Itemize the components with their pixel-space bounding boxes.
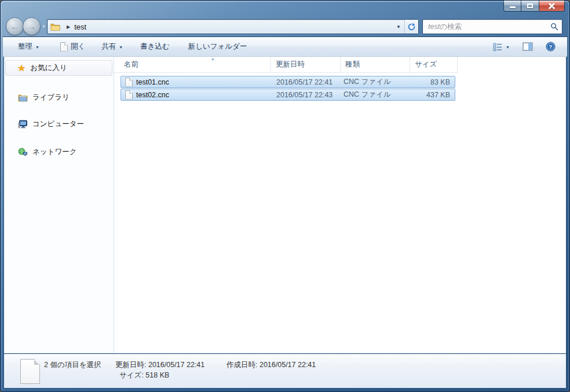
- chevron-down-icon: ▼: [506, 45, 510, 49]
- navigation-pane: ★ お気に入り ライブラリ: [4, 57, 114, 354]
- share-button[interactable]: 共有 ▼: [98, 39, 126, 54]
- share-label: 共有: [101, 42, 116, 52]
- network-icon: [18, 148, 28, 156]
- sidebar-item-label: コンピューター: [32, 119, 84, 129]
- window-controls: [503, 1, 565, 12]
- status-bar: 2 個の項目を選択 更新日時: 2016/05/17 22:41 作成日時: 2…: [4, 354, 566, 388]
- navigation-bar: ← → ▼ ▶ test ▼: [1, 17, 569, 36]
- maximize-icon: [527, 3, 533, 8]
- column-header-type[interactable]: 種類: [341, 57, 410, 72]
- chevron-down-icon: ▼: [35, 45, 39, 49]
- address-bar[interactable]: ▶ test ▼: [47, 19, 419, 34]
- sidebar-item-computer[interactable]: コンピューター: [4, 117, 84, 131]
- column-header-modified[interactable]: 更新日時: [271, 57, 341, 72]
- sidebar-item-label: ネットワーク: [32, 147, 76, 157]
- document-icon: [60, 42, 68, 52]
- search-input[interactable]: testの検索: [422, 19, 562, 34]
- main-content: ★ お気に入り ライブラリ: [4, 57, 566, 354]
- file-type: CNC ファイル: [339, 90, 411, 100]
- file-modified: 2016/05/17 22:43: [272, 91, 339, 99]
- file-size: 83 KB: [411, 78, 455, 86]
- status-modified: 更新日時: 2016/05/17 22:41: [115, 360, 204, 370]
- libraries-icon: [18, 93, 28, 102]
- maximize-button[interactable]: [521, 1, 539, 12]
- computer-icon: [18, 120, 28, 129]
- minimize-button[interactable]: [503, 1, 521, 12]
- refresh-icon: [407, 23, 416, 31]
- sidebar-item-favorites[interactable]: ★ お気に入り: [5, 60, 112, 76]
- file-list-pane: ▴ 名前 更新日時 種類 サイズ test01.cnc 2016/05/17 2…: [114, 57, 566, 354]
- chevron-down-icon: ▼: [119, 45, 123, 49]
- help-button[interactable]: ?: [542, 39, 559, 54]
- burn-button[interactable]: 書き込む: [137, 39, 173, 54]
- column-headers: ▴ 名前 更新日時 種類 サイズ: [114, 57, 458, 73]
- file-modified: 2016/05/17 22:41: [272, 78, 339, 86]
- preview-pane-icon: [522, 42, 533, 51]
- status-size: サイズ: 518 KB: [119, 371, 169, 380]
- column-header-name[interactable]: 名前: [114, 57, 271, 72]
- column-header-size[interactable]: サイズ: [410, 57, 458, 72]
- search-placeholder: testの検索: [428, 22, 550, 32]
- svg-text:?: ?: [549, 43, 553, 50]
- organize-button[interactable]: 整理 ▼: [14, 39, 43, 54]
- open-button[interactable]: 開く: [57, 39, 89, 54]
- toolbar-right-group: ▼ ?: [489, 39, 567, 54]
- back-button[interactable]: ←: [6, 17, 24, 35]
- table-row[interactable]: test01.cnc 2016/05/17 22:41 CNC ファイル 83 …: [120, 76, 455, 88]
- views-button[interactable]: ▼: [489, 41, 513, 53]
- new-folder-label: 新しいフォルダー: [188, 42, 247, 52]
- sidebar-item-libraries[interactable]: ライブラリ: [4, 90, 70, 104]
- star-icon: ★: [17, 64, 25, 73]
- search-icon[interactable]: [550, 23, 558, 31]
- views-icon: [493, 43, 503, 51]
- file-type: CNC ファイル: [339, 77, 411, 87]
- sidebar-item-label: お気に入り: [30, 63, 67, 73]
- address-dropdown-icon[interactable]: ▼: [393, 20, 404, 34]
- minimize-icon: [510, 6, 516, 8]
- table-row[interactable]: test02.cnc 2016/05/17 22:43 CNC ファイル 437…: [120, 89, 455, 101]
- organize-label: 整理: [18, 42, 32, 52]
- burn-label: 書き込む: [140, 42, 170, 52]
- file-name: test02.cnc: [136, 91, 169, 99]
- recent-pages-dropdown[interactable]: ▼: [42, 24, 46, 28]
- close-icon: [549, 3, 555, 9]
- file-icon: [125, 90, 133, 100]
- forward-button[interactable]: →: [23, 17, 41, 35]
- preview-pane-button[interactable]: [519, 40, 536, 53]
- close-button[interactable]: [539, 1, 565, 12]
- new-folder-button[interactable]: 新しいフォルダー: [185, 39, 251, 54]
- help-icon: ?: [546, 42, 556, 52]
- file-name: test01.cnc: [136, 78, 169, 86]
- sidebar-item-label: ライブラリ: [32, 93, 70, 102]
- command-toolbar: 整理 ▼ 開く 共有 ▼ 書き込む 新しいフォルダー: [3, 36, 567, 57]
- breadcrumb[interactable]: ▶ test: [48, 20, 393, 34]
- forward-arrow-icon: →: [27, 21, 36, 31]
- refresh-button[interactable]: [404, 20, 418, 34]
- folder-icon: [50, 23, 60, 31]
- file-icon: [125, 78, 133, 87]
- explorer-window: ← → ▼ ▶ test ▼: [0, 0, 570, 392]
- file-rows: test01.cnc 2016/05/17 22:41 CNC ファイル 83 …: [120, 76, 455, 101]
- sidebar-item-network[interactable]: ネットワーク: [4, 145, 76, 159]
- back-arrow-icon: ←: [10, 21, 19, 31]
- selection-count: 2 個の項目を選択: [44, 360, 101, 370]
- file-size: 437 KB: [411, 91, 455, 99]
- status-created: 作成日時: 2016/05/17 22:41: [226, 360, 316, 370]
- open-label: 開く: [71, 42, 85, 52]
- breadcrumb-arrow-icon[interactable]: ▶: [67, 24, 70, 30]
- breadcrumb-folder[interactable]: test: [74, 23, 86, 31]
